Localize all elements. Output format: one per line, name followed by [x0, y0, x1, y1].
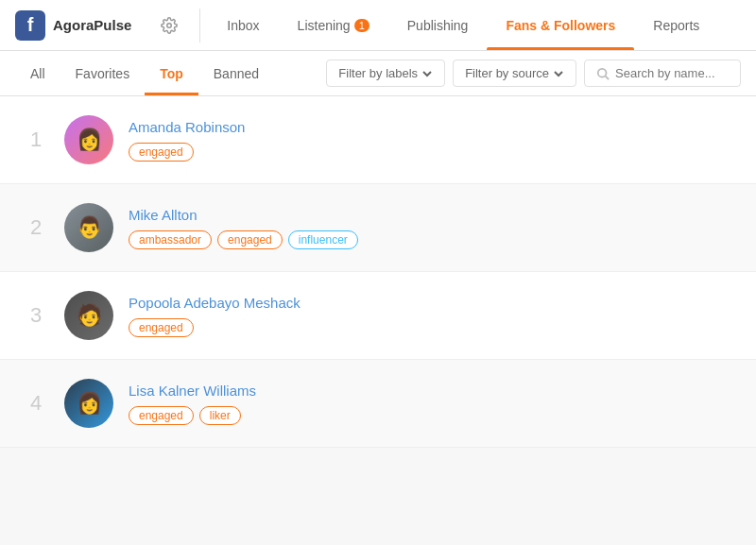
svg-line-2: [606, 76, 610, 79]
tab-all[interactable]: All: [15, 51, 60, 95]
listening-badge: 1: [354, 19, 369, 32]
search-icon: [596, 67, 610, 80]
tag-engaged[interactable]: engaged: [129, 406, 194, 425]
rank-number: 4: [23, 391, 49, 416]
table-row: 2 👨 Mike Allton ambassador engaged influ…: [0, 184, 756, 272]
nav-divider: [199, 9, 200, 43]
tag-influencer[interactable]: influencer: [288, 230, 358, 249]
table-row: 1 👩 Amanda Robinson engaged: [0, 96, 756, 184]
avatar: 👨: [64, 203, 113, 252]
svg-point-0: [167, 23, 172, 27]
avatar: 🧑: [64, 291, 113, 340]
rank-number: 2: [23, 215, 49, 240]
nav-items: Inbox Listening 1 Publishing Fans & Foll…: [208, 0, 741, 50]
user-name[interactable]: Lisa Kalner Williams: [129, 383, 733, 399]
user-info: Mike Allton ambassador engaged influence…: [129, 207, 733, 249]
gear-icon: [161, 17, 178, 34]
tab-top[interactable]: Top: [145, 51, 198, 95]
tag-engaged[interactable]: engaged: [129, 143, 194, 162]
user-info: Lisa Kalner Williams engaged liker: [129, 383, 733, 425]
tag-engaged[interactable]: engaged: [129, 318, 194, 337]
filter-source-dropdown[interactable]: Filter by source: [453, 60, 576, 87]
nav-item-reports[interactable]: Reports: [634, 0, 718, 50]
avatar: 👩: [64, 379, 113, 428]
user-tags: engaged: [129, 318, 733, 337]
user-tags: ambassador engaged influencer: [129, 230, 733, 249]
facebook-logo: f: [15, 10, 45, 41]
tab-banned[interactable]: Banned: [198, 51, 274, 95]
top-nav: f AgoraPulse Inbox Listening 1 Publishin…: [0, 0, 756, 51]
tag-ambassador[interactable]: ambassador: [129, 230, 212, 249]
rank-number: 3: [23, 303, 49, 328]
user-info: Amanda Robinson engaged: [129, 119, 733, 162]
svg-point-1: [598, 68, 607, 77]
user-tags: engaged liker: [129, 406, 733, 425]
tab-favorites[interactable]: Favorites: [60, 51, 146, 95]
tag-liker[interactable]: liker: [199, 406, 241, 425]
user-name[interactable]: Popoola Adebayo Meshack: [129, 295, 733, 311]
tag-engaged[interactable]: engaged: [217, 230, 283, 249]
chevron-down-icon: [421, 68, 433, 79]
filter-labels-dropdown[interactable]: Filter by labels: [326, 60, 445, 87]
brand-name: AgoraPulse: [53, 17, 131, 33]
user-list: 1 👩 Amanda Robinson engaged 2 👨 Mike All…: [0, 96, 756, 545]
user-tags: engaged: [129, 143, 733, 162]
nav-item-publishing[interactable]: Publishing: [388, 0, 488, 50]
user-name[interactable]: Amanda Robinson: [129, 119, 733, 135]
search-box[interactable]: [584, 60, 741, 87]
nav-item-listening[interactable]: Listening 1: [279, 0, 388, 50]
rank-number: 1: [23, 128, 49, 152]
settings-button[interactable]: [154, 10, 184, 41]
chevron-down-icon: [553, 68, 564, 79]
avatar: 👩: [64, 115, 113, 164]
nav-item-fans-followers[interactable]: Fans & Followers: [487, 0, 634, 50]
table-row: 3 🧑 Popoola Adebayo Meshack engaged: [0, 272, 756, 360]
brand: f AgoraPulse: [15, 10, 131, 41]
user-info: Popoola Adebayo Meshack engaged: [129, 295, 733, 337]
filter-bar: All Favorites Top Banned Filter by label…: [0, 51, 756, 96]
nav-item-inbox[interactable]: Inbox: [208, 0, 278, 50]
table-row: 4 👩 Lisa Kalner Williams engaged liker: [0, 360, 756, 448]
user-name[interactable]: Mike Allton: [129, 207, 733, 223]
search-input[interactable]: [615, 66, 729, 80]
